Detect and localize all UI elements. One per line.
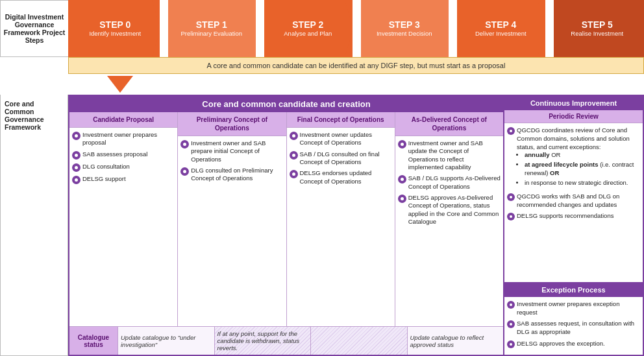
step-1-label: Preliminary Evaluation bbox=[180, 30, 242, 37]
bullet-icon bbox=[507, 193, 515, 201]
bullet-icon bbox=[72, 132, 80, 140]
ci-extra-1: DELSG supports recommendations bbox=[517, 212, 613, 220]
page: Digital Investment Governance Framework … bbox=[0, 0, 644, 356]
step-0: STEP 0 Identify Investment bbox=[68, 0, 160, 57]
step-3: STEP 3 Investment Decision bbox=[353, 0, 449, 57]
notice-row: A core and common candidate can be ident… bbox=[0, 57, 644, 74]
ep-bullet-2: DELSG approves the exception. bbox=[517, 340, 605, 348]
framework-title: Digital Investment Governance Framework … bbox=[0, 0, 68, 57]
list-item: SAB / DLG supports As-Delivered Concept … bbox=[398, 174, 501, 191]
catalogue-row: Catalogue status Update catalogue to "un… bbox=[69, 326, 503, 355]
list-item: SAB assesses request, in consultation wi… bbox=[507, 320, 640, 337]
core-col-3-header: As-Delivered Concept of Operations bbox=[395, 112, 503, 136]
bullet-text: Investment owner prepares proposal bbox=[82, 131, 175, 147]
header-row: Digital Investment Governance Framework … bbox=[0, 0, 644, 57]
core-col-0-body: Investment owner prepares proposal SAB a… bbox=[69, 128, 177, 326]
catalogue-cell-1: If at any point, support for the candida… bbox=[215, 327, 312, 355]
step-2-label: Analyse and Plan bbox=[284, 30, 332, 37]
list-item: Investment owner and SAB update the Conc… bbox=[398, 139, 501, 171]
arrow-spacer bbox=[0, 74, 68, 95]
ep-bullet-0: Investment owner prepares exception requ… bbox=[517, 300, 640, 317]
main-content: Core and Common Governance Framework Cor… bbox=[0, 95, 644, 356]
bullet-icon bbox=[290, 151, 298, 160]
core-columns: Candidate Proposal Investment owner prep… bbox=[69, 112, 503, 326]
catalogue-cell-0: Update catalogue to "under investigation… bbox=[118, 327, 215, 355]
ci-sub-item-2: in response to new strategic direction. bbox=[525, 179, 640, 187]
arrow-row bbox=[0, 74, 644, 95]
core-col-1-body: Investment owner and SAB prepare initial… bbox=[178, 136, 286, 326]
step-5-num: STEP 5 bbox=[582, 20, 613, 30]
core-col-0: Candidate Proposal Investment owner prep… bbox=[69, 112, 178, 326]
step-3-label: Investment Decision bbox=[377, 30, 432, 37]
ci-sub-header: Periodic Review bbox=[504, 110, 643, 123]
arrow-container bbox=[68, 74, 644, 95]
catalogue-cell-3: Update catalogue to reflect approved sta… bbox=[408, 327, 504, 355]
list-item: SAB / DLG consulted on final Concept of … bbox=[290, 150, 392, 167]
list-item: Investment owner prepares proposal bbox=[72, 131, 175, 147]
bullet-text: DELSG approves As-Delivered Concept of O… bbox=[408, 194, 501, 226]
step-0-label: Identify Investment bbox=[89, 30, 141, 37]
bullet-icon bbox=[507, 127, 515, 135]
right-panel: Continuous Improvement Periodic Review Q… bbox=[504, 95, 644, 356]
left-sidebar: Core and Common Governance Framework bbox=[0, 95, 68, 356]
ci-header: Continuous Improvement bbox=[504, 96, 643, 110]
ci-sub-item-0: annually OR bbox=[525, 151, 640, 160]
ci-sub-list: annually ORat agreed lifecycle points (i… bbox=[525, 151, 640, 187]
notice-spacer bbox=[0, 57, 68, 74]
step-5: STEP 5 Realise Investment bbox=[545, 0, 645, 57]
step-5-label: Realise Investment bbox=[571, 30, 623, 37]
step-2: STEP 2 Analyse and Plan bbox=[256, 0, 353, 57]
ci-intro-text: QGCDG coordinates review of Core and Com… bbox=[517, 126, 630, 150]
bullet-text: Investment owner and SAB prepare initial… bbox=[191, 139, 283, 163]
bullet-icon bbox=[507, 301, 515, 309]
core-col-2-body: Investment owner updates Concept of Oper… bbox=[287, 128, 395, 326]
down-arrow-icon bbox=[107, 76, 133, 93]
bullet-icon bbox=[398, 175, 406, 184]
step-0-num: STEP 0 bbox=[99, 20, 130, 30]
step-4-num: STEP 4 bbox=[485, 20, 516, 30]
bullet-icon bbox=[507, 320, 515, 328]
bullet-icon bbox=[180, 140, 189, 148]
ep-header: Exception Process bbox=[504, 282, 643, 297]
bullet-icon bbox=[290, 170, 298, 178]
core-section: Core and common candidate and creation C… bbox=[68, 95, 504, 356]
bullet-icon bbox=[72, 163, 80, 172]
step-4-label: Deliver Investment bbox=[475, 30, 526, 37]
core-header: Core and common candidate and creation bbox=[69, 96, 503, 112]
step-4: STEP 4 Deliver Investment bbox=[449, 0, 545, 57]
bullet-icon bbox=[507, 340, 515, 348]
bullet-icon bbox=[180, 167, 189, 176]
bullet-icon bbox=[72, 176, 80, 184]
list-item: SAB assesses proposal bbox=[72, 150, 175, 160]
list-item: DLG consulted on Preliminary Concept of … bbox=[180, 167, 283, 183]
core-col-1-header: Preliminary Concept of Operations bbox=[178, 112, 286, 136]
step-1-num: STEP 1 bbox=[196, 20, 227, 30]
list-item: Investment owner updates Concept of Oper… bbox=[290, 131, 392, 147]
step-1: STEP 1 Preliminary Evaluation bbox=[160, 0, 256, 57]
list-item: QGCDG coordinates review of Core and Com… bbox=[507, 126, 640, 189]
bullet-icon bbox=[72, 151, 80, 160]
list-item: Investment owner prepares exception requ… bbox=[507, 300, 640, 317]
list-item: DELSG supports recommendations bbox=[507, 212, 640, 220]
ep-body: Investment owner prepares exception requ… bbox=[504, 297, 643, 355]
bullet-text: Investment owner and SAB update the Conc… bbox=[408, 139, 501, 171]
sidebar-label: Core and Common Governance Framework bbox=[5, 100, 44, 131]
bullet-text: SAB assesses proposal bbox=[82, 150, 147, 160]
bullet-text: DLG consultation bbox=[82, 163, 130, 172]
core-col-2-header: Final Concept of Operations bbox=[287, 112, 395, 128]
ep-bullet-1: SAB assesses request, in consultation wi… bbox=[517, 320, 640, 337]
core-col-2: Final Concept of Operations Investment o… bbox=[287, 112, 395, 326]
list-item: Investment owner and SAB prepare initial… bbox=[180, 139, 283, 163]
steps-container: STEP 0 Identify Investment STEP 1 Prelim… bbox=[68, 0, 644, 57]
core-col-1: Preliminary Concept of Operations Invest… bbox=[178, 112, 286, 326]
ci-sub-item-1: at agreed lifecycle points (i.e. contrac… bbox=[525, 161, 640, 178]
core-col-3: As-Delivered Concept of Operations Inves… bbox=[395, 112, 503, 326]
list-item: DLG consultation bbox=[72, 163, 175, 172]
catalogue-cell-2 bbox=[311, 327, 408, 355]
core-col-3-body: Investment owner and SAB update the Conc… bbox=[395, 136, 503, 326]
bullet-icon bbox=[507, 213, 515, 220]
step-2-num: STEP 2 bbox=[292, 20, 323, 30]
list-item: DELSG approves As-Delivered Concept of O… bbox=[398, 194, 501, 226]
bullet-text: SAB / DLG consulted on final Concept of … bbox=[300, 150, 392, 167]
step-3-num: STEP 3 bbox=[389, 20, 420, 30]
